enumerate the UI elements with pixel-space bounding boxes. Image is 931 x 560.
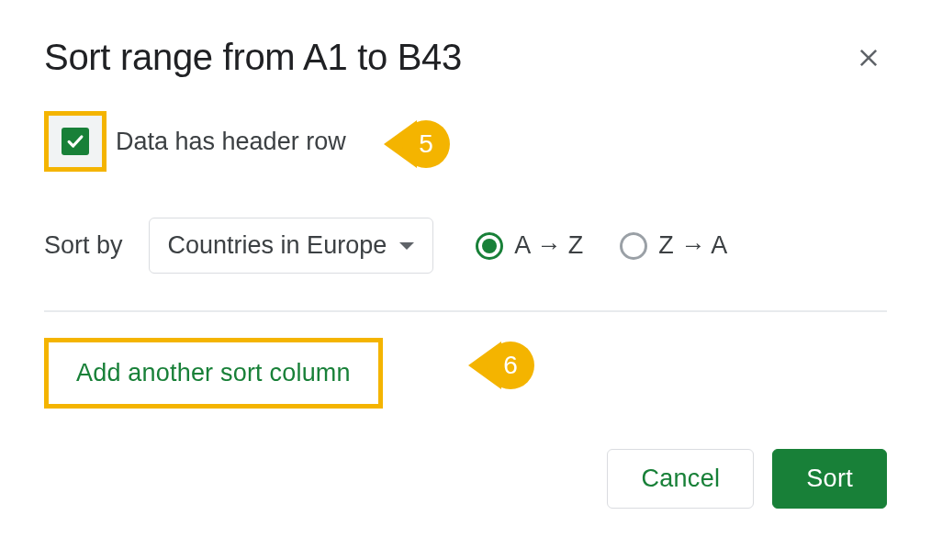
annotation-highlight-checkbox bbox=[44, 111, 107, 172]
add-sort-column-button[interactable]: Add another sort column bbox=[76, 359, 351, 387]
checkmark-icon bbox=[65, 131, 85, 151]
sort-button[interactable]: Sort bbox=[772, 449, 887, 509]
add-sort-column-section: Add another sort column 6 bbox=[44, 338, 887, 409]
sort-asc-label: A → Z bbox=[514, 231, 583, 260]
sort-desc-label: Z → A bbox=[658, 231, 727, 260]
sort-column-selected: Countries in Europe bbox=[168, 231, 387, 260]
dialog-header: Sort range from A1 to B43 bbox=[44, 37, 887, 78]
dialog-footer: Cancel Sort bbox=[44, 449, 887, 509]
dialog-title: Sort range from A1 to B43 bbox=[44, 37, 462, 78]
close-button[interactable] bbox=[850, 39, 887, 76]
sort-by-label: Sort by bbox=[44, 231, 123, 260]
sort-order-group: A → Z Z → A bbox=[476, 231, 727, 260]
annotation-callout-6: 6 bbox=[468, 342, 547, 389]
close-icon bbox=[856, 45, 881, 71]
annotation-highlight-add-column: Add another sort column bbox=[44, 338, 383, 409]
chevron-down-icon bbox=[399, 242, 414, 250]
cancel-button[interactable]: Cancel bbox=[607, 449, 754, 509]
header-row-label: Data has header row bbox=[116, 128, 346, 156]
annotation-callout-6-number: 6 bbox=[487, 342, 534, 389]
sort-by-row: Sort by Countries in Europe A → Z Z → A bbox=[44, 218, 887, 274]
sort-asc-option[interactable]: A → Z bbox=[476, 231, 583, 260]
header-row-checkbox[interactable] bbox=[62, 128, 89, 155]
sort-range-dialog: Sort range from A1 to B43 Data has heade… bbox=[0, 0, 931, 545]
divider bbox=[44, 310, 887, 312]
radio-icon bbox=[620, 232, 647, 260]
header-row-option: Data has header row 5 bbox=[44, 111, 887, 172]
annotation-callout-5-number: 5 bbox=[402, 120, 450, 168]
sort-desc-option[interactable]: Z → A bbox=[620, 231, 727, 260]
annotation-callout-5: 5 bbox=[384, 120, 463, 168]
sort-column-dropdown[interactable]: Countries in Europe bbox=[149, 218, 434, 274]
radio-icon bbox=[476, 232, 503, 260]
